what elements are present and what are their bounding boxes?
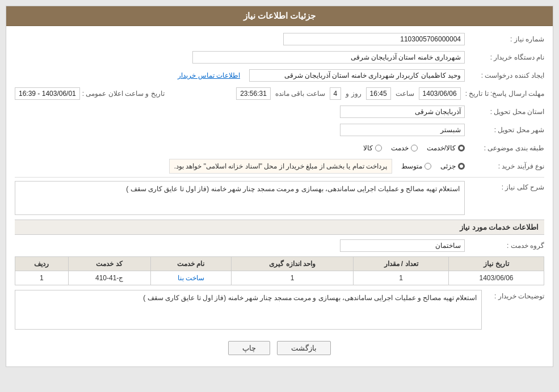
radio-kala-khadamat-circle bbox=[458, 145, 465, 151]
content-area: شماره نیاز : 1103005706000004 نام دستگاه… bbox=[6, 26, 553, 366]
category-row: طبقه بندی موضوعی : کالا/خدمت خدمت کالا bbox=[15, 141, 544, 155]
purchase-type-row: نوع فرآیند خرید : جزئی متوسط پرداخت تمام… bbox=[15, 159, 544, 174]
print-button[interactable]: چاپ bbox=[228, 341, 270, 355]
buyer-desc-row: توضیحات خریدار : استعلام تهیه مصالح و عم… bbox=[15, 290, 544, 330]
city-value: شبستر bbox=[340, 124, 465, 136]
col-header-quantity: تعداد / مقدار bbox=[354, 257, 449, 271]
col-header-name: نام خدمت bbox=[150, 257, 231, 271]
page-header: جزئیات اطلاعات نیاز bbox=[6, 6, 553, 26]
col-header-code: کد خدمت bbox=[68, 257, 150, 271]
deadline-label: مهلت ارسال پاسخ: تا تاریخ : bbox=[461, 90, 544, 98]
purchase-type-group: جزئی متوسط پرداخت تمام یا بخشی از مبلغ خ… bbox=[169, 159, 465, 174]
creator-row: ایجاد کننده درخواست : وحید کاظمیان کاربر… bbox=[15, 68, 544, 83]
cell-row-num: 1 bbox=[15, 271, 69, 285]
cell-date: 1403/06/06 bbox=[449, 271, 544, 285]
radio-jozii[interactable]: جزئی bbox=[440, 162, 465, 170]
cell-quantity: 1 bbox=[354, 271, 449, 285]
radio-motavassot-circle bbox=[424, 163, 431, 170]
announce-label: تاریخ و ساعت اعلان عمومی : bbox=[82, 90, 165, 98]
buyer-org-label: نام دستگاه خریدار : bbox=[465, 53, 544, 61]
radio-motavassot-label: متوسط bbox=[401, 162, 422, 170]
deadline-time: 16:45 bbox=[366, 87, 391, 100]
radio-khadamat[interactable]: خدمت bbox=[391, 144, 418, 152]
purchase-notice: پرداخت تمام یا بخشی از مبلغ خریدار از مح… bbox=[169, 159, 392, 174]
service-group-row: گروه خدمت : ساختمان bbox=[15, 238, 544, 253]
remaining-value: 23:56:31 bbox=[236, 87, 271, 100]
creator-label: ایجاد کننده درخواست : bbox=[465, 71, 544, 79]
page-title: جزئیات اطلاعات نیاز bbox=[243, 11, 316, 20]
province-label: استان محل تحویل : bbox=[465, 108, 544, 116]
radio-kala-khadamat-label: کالا/خدمت bbox=[427, 144, 456, 152]
radio-motavassot[interactable]: متوسط bbox=[401, 162, 431, 170]
time-label: ساعت bbox=[396, 90, 414, 98]
col-header-row-num: ردیف bbox=[15, 257, 69, 271]
radio-khadamat-label: خدمت bbox=[391, 144, 409, 152]
service-group-label: گروه خدمت : bbox=[465, 242, 544, 250]
cell-service-name[interactable]: ساخت بنا bbox=[150, 271, 231, 285]
deadline-date: 1403/06/06 bbox=[419, 87, 461, 100]
services-section-header: اطلاعات خدمات مورد نیاز bbox=[15, 220, 544, 235]
deadline-row: مهلت ارسال پاسخ: تا تاریخ : 1403/06/06 س… bbox=[15, 86, 544, 101]
cell-unit: 1 bbox=[231, 271, 353, 285]
service-group-value: ساختمان bbox=[340, 239, 465, 252]
buyer-org-row: نام دستگاه خریدار : شهرداری خامنه استان … bbox=[15, 50, 544, 65]
need-number-row: شماره نیاز : 1103005706000004 bbox=[15, 32, 544, 47]
col-header-unit: واحد اندازه گیری bbox=[231, 257, 353, 271]
buttons-row: بازگشت چاپ bbox=[15, 334, 544, 361]
radio-kala-circle bbox=[375, 145, 382, 151]
city-label: شهر محل تحویل : bbox=[465, 126, 544, 134]
cell-service-code: ج-41-410 bbox=[68, 271, 150, 285]
desc-row: شرح کلی نیاز : استعلام تهیه مصالح و عملی… bbox=[15, 181, 544, 215]
services-table: تاریخ نیاز تعداد / مقدار واحد اندازه گیر… bbox=[15, 256, 544, 285]
radio-jozii-circle bbox=[458, 163, 465, 170]
radio-kala-khadamat[interactable]: کالا/خدمت bbox=[427, 144, 465, 152]
desc-label: شرح کلی نیاز : bbox=[465, 181, 544, 191]
divider1 bbox=[15, 177, 544, 178]
province-row: استان محل تحویل : آذربایجان شرقی bbox=[15, 104, 544, 119]
creator-value: وحید کاظمیان کاربردار شهرداری خامنه استا… bbox=[249, 69, 465, 82]
main-container: جزئیات اطلاعات نیاز شماره نیاز : 1103005… bbox=[6, 6, 553, 367]
need-number-label: شماره نیاز : bbox=[465, 35, 544, 43]
need-number-value: 1103005706000004 bbox=[283, 33, 465, 45]
buyer-org-value: شهرداری خامنه استان آذربایجان شرقی bbox=[192, 51, 465, 64]
contact-link[interactable]: اطلاعات تماس خریدار bbox=[178, 71, 240, 79]
city-row: شهر محل تحویل : شبستر bbox=[15, 123, 544, 137]
days-value: 4 bbox=[330, 87, 342, 100]
category-radio-group: کالا/خدمت خدمت کالا bbox=[363, 144, 465, 152]
table-row: 1403/06/06 1 1 ساخت بنا ج-41-410 1 bbox=[15, 271, 544, 285]
announce-value: 1403/06/01 - 16:39 bbox=[15, 87, 80, 100]
province-value: آذربایجان شرقی bbox=[340, 106, 465, 118]
col-header-date: تاریخ نیاز bbox=[449, 257, 544, 271]
category-label: طبقه بندی موضوعی : bbox=[465, 144, 544, 152]
table-header-row: تاریخ نیاز تعداد / مقدار واحد اندازه گیر… bbox=[15, 257, 544, 271]
radio-kala[interactable]: کالا bbox=[363, 144, 382, 152]
radio-kala-label: کالا bbox=[363, 144, 373, 152]
radio-jozii-label: جزئی bbox=[440, 162, 456, 170]
page-wrapper: جزئیات اطلاعات نیاز شماره نیاز : 1103005… bbox=[0, 0, 559, 392]
purchase-type-label: نوع فرآیند خرید : bbox=[465, 162, 544, 170]
buyer-desc-value: استعلام تهیه مصالح و عملیات اجرایی سامان… bbox=[15, 290, 482, 330]
days-label: روز و bbox=[346, 90, 361, 98]
buyer-desc-label: توضیحات خریدار : bbox=[482, 290, 544, 300]
desc-value: استعلام تهیه مصالح و عملیات اجرایی سامان… bbox=[15, 181, 465, 215]
radio-khadamat-circle bbox=[411, 145, 418, 151]
back-button[interactable]: بازگشت bbox=[277, 341, 331, 355]
remaining-label: ساعت باقی مانده bbox=[275, 90, 325, 98]
